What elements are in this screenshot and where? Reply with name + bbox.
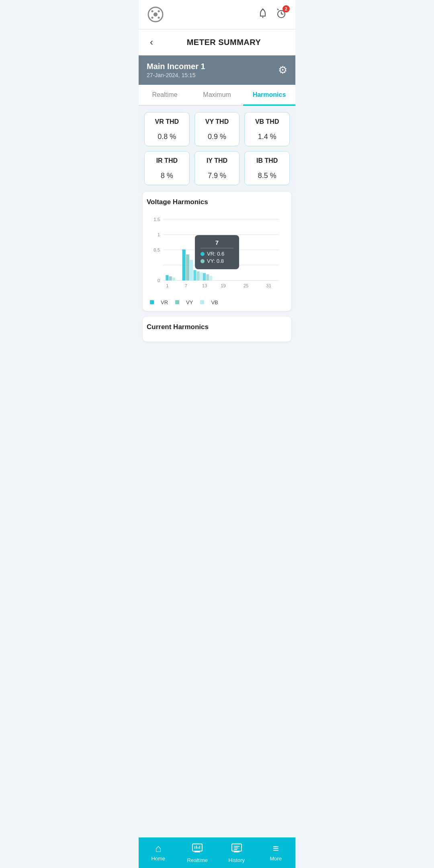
legend-vb-icon xyxy=(200,299,209,305)
thd-iy-value: 7.9 % xyxy=(208,172,226,180)
svg-text:13: 13 xyxy=(202,283,207,288)
meter-date: 27-Jan-2024, 15:15 xyxy=(147,72,205,78)
svg-point-7 xyxy=(262,17,264,18)
tab-bar: Realtime Maximum Harmonics xyxy=(139,85,295,106)
svg-point-1 xyxy=(154,12,158,16)
tooltip-vy-dot xyxy=(201,259,205,263)
svg-rect-29 xyxy=(166,275,168,280)
svg-rect-35 xyxy=(193,270,196,280)
svg-rect-39 xyxy=(206,274,209,280)
voltage-harmonics-section: Voltage Harmonics 1.5 1 0.5 0 1 7 13 19 … xyxy=(143,192,291,311)
page-title-bar: ‹ METER SUMMARY xyxy=(139,29,295,55)
legend-vy-label: VY xyxy=(186,299,193,305)
thd-ir-label: IR THD xyxy=(156,157,178,164)
thd-vy-value: 0.9 % xyxy=(208,133,226,141)
meter-details: Main Incomer 1 27-Jan-2024, 15:15 xyxy=(147,62,205,78)
thd-vy-label: VY THD xyxy=(205,118,229,125)
tab-realtime[interactable]: Realtime xyxy=(139,85,191,105)
thd-ib-value: 8.5 % xyxy=(258,172,276,180)
page-title: METER SUMMARY xyxy=(160,38,287,47)
thd-vr-label: VR THD xyxy=(155,118,179,125)
thd-ir-value: 8 % xyxy=(161,172,173,180)
thd-iy-card: IY THD 7.9 % xyxy=(194,151,240,185)
alarm-button[interactable]: 2 xyxy=(275,8,287,21)
svg-text:7: 7 xyxy=(185,283,187,288)
svg-rect-38 xyxy=(203,273,206,280)
legend-vr-icon xyxy=(150,299,159,305)
tooltip-vy-row: VY: 0.8 xyxy=(201,258,233,264)
thd-vb-value: 1.4 % xyxy=(258,133,276,141)
svg-text:0: 0 xyxy=(158,278,160,283)
svg-text:1: 1 xyxy=(166,283,168,288)
current-chart-title: Current Harmonics xyxy=(147,323,287,331)
scroll-content: VR THD 0.8 % VY THD 0.9 % VB THD 1.4 % I… xyxy=(139,106,295,383)
thd-vr-value: 0.8 % xyxy=(158,133,176,141)
tooltip-header: 7 xyxy=(201,239,233,248)
svg-point-4 xyxy=(158,17,160,19)
svg-point-2 xyxy=(158,10,160,12)
svg-rect-42 xyxy=(175,300,179,304)
legend-vb: VB xyxy=(200,299,218,305)
app-logo xyxy=(147,6,164,23)
legend-vb-label: VB xyxy=(211,299,218,305)
svg-text:19: 19 xyxy=(221,283,226,288)
svg-text:25: 25 xyxy=(244,283,249,288)
legend-vy: VY xyxy=(175,299,193,305)
legend-vr-label: VR xyxy=(161,299,168,305)
thd-ir-card: IR THD 8 % xyxy=(144,151,190,185)
settings-button[interactable]: ⚙ xyxy=(278,64,287,76)
voltage-chart-title: Voltage Harmonics xyxy=(147,198,287,206)
svg-rect-30 xyxy=(169,276,172,280)
tooltip-vr-dot xyxy=(201,252,205,256)
svg-rect-41 xyxy=(150,300,154,304)
svg-rect-40 xyxy=(209,276,212,280)
svg-rect-37 xyxy=(200,272,203,280)
chart-tooltip: 7 VR: 0.6 VY: 0.8 xyxy=(195,235,239,269)
tooltip-vr-label: VR: 0.6 xyxy=(207,251,224,257)
thd-vb-card: VB THD 1.4 % xyxy=(244,112,290,146)
back-button[interactable]: ‹ xyxy=(147,35,156,49)
svg-rect-33 xyxy=(186,254,189,280)
svg-point-3 xyxy=(151,10,154,12)
svg-text:1: 1 xyxy=(158,232,160,237)
thd-ib-label: IB THD xyxy=(256,157,278,164)
thd-vy-card: VY THD 0.9 % xyxy=(194,112,240,146)
legend-vr: VR xyxy=(150,299,168,305)
svg-rect-32 xyxy=(182,250,186,280)
voltage-chart-container[interactable]: 1.5 1 0.5 0 1 7 13 19 25 31 xyxy=(147,211,287,295)
thd-iy-label: IY THD xyxy=(207,157,227,164)
app-header: 2 xyxy=(139,0,295,29)
notification-button[interactable] xyxy=(257,8,269,21)
thd-grid: VR THD 0.8 % VY THD 0.9 % VB THD 1.4 % I… xyxy=(139,106,295,192)
legend-vy-icon xyxy=(175,299,184,305)
tooltip-vy-label: VY: 0.8 xyxy=(207,258,224,264)
meter-info-bar: Main Incomer 1 27-Jan-2024, 15:15 ⚙ xyxy=(139,55,295,85)
thd-vb-label: VB THD xyxy=(255,118,279,125)
svg-text:1.5: 1.5 xyxy=(154,217,160,222)
svg-rect-43 xyxy=(200,300,204,304)
svg-rect-31 xyxy=(172,278,175,280)
thd-vr-card: VR THD 0.8 % xyxy=(144,112,190,146)
tab-harmonics[interactable]: Harmonics xyxy=(243,85,295,105)
header-icons: 2 xyxy=(257,8,287,21)
tooltip-vr-row: VR: 0.6 xyxy=(201,251,233,257)
svg-text:31: 31 xyxy=(266,283,271,288)
svg-rect-34 xyxy=(190,260,193,280)
meter-name: Main Incomer 1 xyxy=(147,62,205,71)
svg-line-12 xyxy=(277,9,278,10)
current-harmonics-section: Current Harmonics xyxy=(143,317,291,342)
svg-rect-36 xyxy=(197,271,200,280)
svg-text:0.5: 0.5 xyxy=(154,248,160,252)
alarm-badge: 2 xyxy=(283,5,290,12)
tab-maximum[interactable]: Maximum xyxy=(191,85,243,105)
bell-icon xyxy=(257,8,269,20)
thd-ib-card: IB THD 8.5 % xyxy=(244,151,290,185)
voltage-chart-legend: VR VY VB xyxy=(147,299,287,305)
svg-point-5 xyxy=(151,17,154,19)
